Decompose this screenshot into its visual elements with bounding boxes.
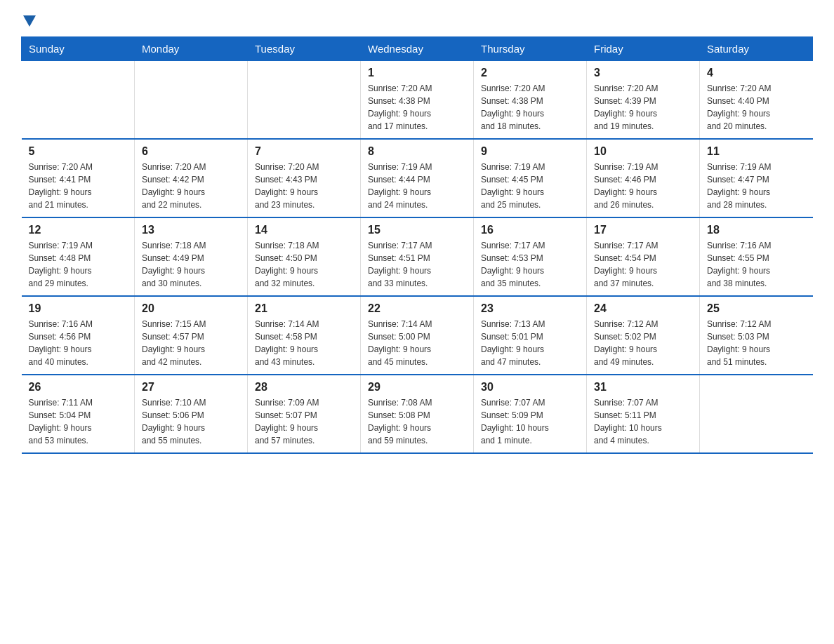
day-number: 27 [142, 381, 240, 394]
calendar-cell: 8Sunrise: 7:19 AMSunset: 4:44 PMDaylight… [361, 139, 474, 217]
day-number: 5 [29, 145, 128, 158]
calendar-week-row: 12Sunrise: 7:19 AMSunset: 4:48 PMDayligh… [22, 217, 813, 296]
calendar-cell: 16Sunrise: 7:17 AMSunset: 4:53 PMDayligh… [474, 217, 587, 296]
calendar-week-row: 5Sunrise: 7:20 AMSunset: 4:41 PMDaylight… [22, 139, 813, 217]
calendar-cell [248, 61, 361, 140]
calendar-header-row: SundayMondayTuesdayWednesdayThursdayFrid… [22, 37, 813, 61]
day-number: 30 [481, 381, 579, 394]
day-info: Sunrise: 7:18 AMSunset: 4:50 PMDaylight:… [255, 239, 353, 290]
logo-triangle-icon [23, 15, 36, 27]
day-number: 22 [368, 302, 466, 315]
day-info: Sunrise: 7:12 AMSunset: 5:03 PMDaylight:… [707, 318, 806, 368]
day-number: 17 [594, 224, 692, 236]
day-info: Sunrise: 7:09 AMSunset: 5:07 PMDaylight:… [255, 396, 353, 447]
calendar-cell: 18Sunrise: 7:16 AMSunset: 4:55 PMDayligh… [700, 217, 813, 296]
weekday-header-sunday: Sunday [22, 37, 135, 61]
day-number: 15 [368, 224, 466, 236]
calendar-cell [22, 61, 135, 140]
day-number: 12 [29, 224, 128, 236]
day-number: 9 [481, 145, 579, 158]
day-number: 23 [481, 302, 579, 315]
weekday-header-thursday: Thursday [474, 37, 587, 61]
calendar-week-row: 26Sunrise: 7:11 AMSunset: 5:04 PMDayligh… [22, 375, 813, 453]
day-info: Sunrise: 7:19 AMSunset: 4:44 PMDaylight:… [368, 161, 466, 211]
day-info: Sunrise: 7:19 AMSunset: 4:48 PMDaylight:… [29, 239, 128, 290]
day-number: 19 [29, 302, 128, 315]
day-number: 24 [594, 302, 692, 315]
day-number: 13 [142, 224, 240, 236]
day-number: 4 [707, 67, 806, 79]
day-number: 25 [707, 302, 806, 315]
day-number: 20 [142, 302, 240, 315]
calendar-cell [700, 375, 813, 453]
day-number: 28 [255, 381, 353, 394]
calendar-week-row: 1Sunrise: 7:20 AMSunset: 4:38 PMDaylight… [22, 61, 813, 140]
weekday-header-tuesday: Tuesday [248, 37, 361, 61]
calendar-week-row: 19Sunrise: 7:16 AMSunset: 4:56 PMDayligh… [22, 296, 813, 375]
day-info: Sunrise: 7:07 AMSunset: 5:09 PMDaylight:… [481, 396, 579, 447]
day-number: 16 [481, 224, 579, 236]
calendar-cell: 23Sunrise: 7:13 AMSunset: 5:01 PMDayligh… [474, 296, 587, 375]
day-number: 10 [594, 145, 692, 158]
calendar-cell: 22Sunrise: 7:14 AMSunset: 5:00 PMDayligh… [361, 296, 474, 375]
day-info: Sunrise: 7:07 AMSunset: 5:11 PMDaylight:… [594, 396, 692, 447]
calendar-cell: 13Sunrise: 7:18 AMSunset: 4:49 PMDayligh… [135, 217, 248, 296]
calendar-table: SundayMondayTuesdayWednesdayThursdayFrid… [21, 36, 813, 454]
day-info: Sunrise: 7:20 AMSunset: 4:41 PMDaylight:… [29, 161, 128, 211]
calendar-cell: 21Sunrise: 7:14 AMSunset: 4:58 PMDayligh… [248, 296, 361, 375]
calendar-cell: 30Sunrise: 7:07 AMSunset: 5:09 PMDayligh… [474, 375, 587, 453]
day-info: Sunrise: 7:15 AMSunset: 4:57 PMDaylight:… [142, 318, 240, 368]
day-info: Sunrise: 7:19 AMSunset: 4:45 PMDaylight:… [481, 161, 579, 211]
day-info: Sunrise: 7:16 AMSunset: 4:55 PMDaylight:… [707, 239, 806, 290]
calendar-cell: 12Sunrise: 7:19 AMSunset: 4:48 PMDayligh… [22, 217, 135, 296]
calendar-cell: 14Sunrise: 7:18 AMSunset: 4:50 PMDayligh… [248, 217, 361, 296]
page-header [21, 14, 813, 25]
day-number: 7 [255, 145, 353, 158]
day-info: Sunrise: 7:20 AMSunset: 4:42 PMDaylight:… [142, 161, 240, 211]
calendar-cell: 28Sunrise: 7:09 AMSunset: 5:07 PMDayligh… [248, 375, 361, 453]
weekday-header-friday: Friday [587, 37, 700, 61]
calendar-cell: 6Sunrise: 7:20 AMSunset: 4:42 PMDaylight… [135, 139, 248, 217]
calendar-cell: 24Sunrise: 7:12 AMSunset: 5:02 PMDayligh… [587, 296, 700, 375]
calendar-cell: 10Sunrise: 7:19 AMSunset: 4:46 PMDayligh… [587, 139, 700, 217]
day-number: 1 [368, 67, 466, 79]
day-info: Sunrise: 7:17 AMSunset: 4:51 PMDaylight:… [368, 239, 466, 290]
calendar-cell: 31Sunrise: 7:07 AMSunset: 5:11 PMDayligh… [587, 375, 700, 453]
day-info: Sunrise: 7:20 AMSunset: 4:38 PMDaylight:… [368, 82, 466, 133]
day-info: Sunrise: 7:20 AMSunset: 4:40 PMDaylight:… [707, 82, 806, 133]
day-info: Sunrise: 7:20 AMSunset: 4:39 PMDaylight:… [594, 82, 692, 133]
day-info: Sunrise: 7:18 AMSunset: 4:49 PMDaylight:… [142, 239, 240, 290]
calendar-cell [135, 61, 248, 140]
day-info: Sunrise: 7:14 AMSunset: 4:58 PMDaylight:… [255, 318, 353, 368]
calendar-cell: 9Sunrise: 7:19 AMSunset: 4:45 PMDaylight… [474, 139, 587, 217]
day-number: 26 [29, 381, 128, 394]
day-info: Sunrise: 7:11 AMSunset: 5:04 PMDaylight:… [29, 396, 128, 447]
logo [21, 14, 36, 25]
day-info: Sunrise: 7:19 AMSunset: 4:47 PMDaylight:… [707, 161, 806, 211]
day-info: Sunrise: 7:13 AMSunset: 5:01 PMDaylight:… [481, 318, 579, 368]
day-info: Sunrise: 7:08 AMSunset: 5:08 PMDaylight:… [368, 396, 466, 447]
weekday-header-monday: Monday [135, 37, 248, 61]
calendar-cell: 25Sunrise: 7:12 AMSunset: 5:03 PMDayligh… [700, 296, 813, 375]
day-info: Sunrise: 7:20 AMSunset: 4:38 PMDaylight:… [481, 82, 579, 133]
day-info: Sunrise: 7:16 AMSunset: 4:56 PMDaylight:… [29, 318, 128, 368]
calendar-cell: 19Sunrise: 7:16 AMSunset: 4:56 PMDayligh… [22, 296, 135, 375]
calendar-cell: 5Sunrise: 7:20 AMSunset: 4:41 PMDaylight… [22, 139, 135, 217]
calendar-cell: 17Sunrise: 7:17 AMSunset: 4:54 PMDayligh… [587, 217, 700, 296]
day-info: Sunrise: 7:17 AMSunset: 4:54 PMDaylight:… [594, 239, 692, 290]
calendar-cell: 4Sunrise: 7:20 AMSunset: 4:40 PMDaylight… [700, 61, 813, 140]
calendar-cell: 1Sunrise: 7:20 AMSunset: 4:38 PMDaylight… [361, 61, 474, 140]
day-number: 8 [368, 145, 466, 158]
calendar-cell: 26Sunrise: 7:11 AMSunset: 5:04 PMDayligh… [22, 375, 135, 453]
day-info: Sunrise: 7:10 AMSunset: 5:06 PMDaylight:… [142, 396, 240, 447]
day-number: 3 [594, 67, 692, 79]
weekday-header-saturday: Saturday [700, 37, 813, 61]
day-info: Sunrise: 7:17 AMSunset: 4:53 PMDaylight:… [481, 239, 579, 290]
day-info: Sunrise: 7:14 AMSunset: 5:00 PMDaylight:… [368, 318, 466, 368]
calendar-cell: 7Sunrise: 7:20 AMSunset: 4:43 PMDaylight… [248, 139, 361, 217]
calendar-cell: 20Sunrise: 7:15 AMSunset: 4:57 PMDayligh… [135, 296, 248, 375]
day-number: 18 [707, 224, 806, 236]
day-number: 21 [255, 302, 353, 315]
weekday-header-wednesday: Wednesday [361, 37, 474, 61]
calendar-cell: 27Sunrise: 7:10 AMSunset: 5:06 PMDayligh… [135, 375, 248, 453]
